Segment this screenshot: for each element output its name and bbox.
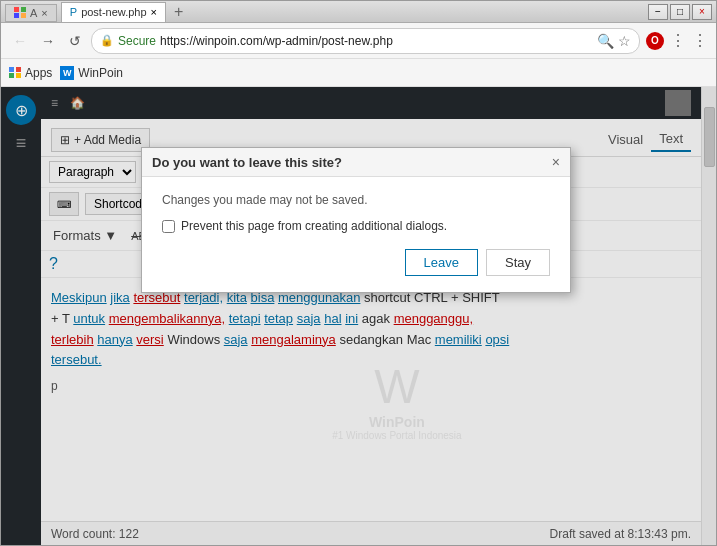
dialog-buttons: Leave Stay — [162, 249, 550, 276]
prevent-dialogs-checkbox[interactable] — [162, 220, 175, 233]
dialog-overlay: Do you want to leave this site? × Change… — [1, 87, 716, 545]
tab-1[interactable]: A × — [5, 4, 57, 22]
address-bar[interactable]: 🔒 Secure https://winpoin.com/wp-admin/po… — [91, 28, 640, 54]
title-bar: A × P post-new.php × + − □ × — [1, 1, 716, 23]
secure-icon: 🔒 — [100, 34, 114, 47]
secure-label: Secure — [118, 34, 156, 48]
leave-site-dialog: Do you want to leave this site? × Change… — [141, 147, 571, 293]
maximize-button[interactable]: □ — [670, 4, 690, 20]
winpoin-label: WinPoin — [78, 66, 123, 80]
search-icon[interactable]: 🔍 — [597, 33, 614, 49]
window-controls: − □ × — [648, 4, 712, 20]
tab-1-label: A — [30, 7, 37, 19]
tab-strip: A × P post-new.php × + — [5, 2, 183, 22]
apps-label: Apps — [25, 66, 52, 80]
tab-1-colorbox — [14, 7, 26, 19]
dialog-body: Changes you made may not be saved. Preve… — [142, 177, 570, 292]
apps-bookmark[interactable]: Apps — [9, 66, 52, 80]
bookmarks-bar: Apps W WinPoin — [1, 59, 716, 87]
tab-2[interactable]: P post-new.php × — [61, 2, 166, 22]
tab-2-close[interactable]: × — [151, 6, 157, 18]
refresh-button[interactable]: ↺ — [65, 31, 85, 51]
close-button[interactable]: × — [692, 4, 712, 20]
menu-icon[interactable]: ⋮ — [692, 31, 708, 50]
dialog-close-button[interactable]: × — [552, 154, 560, 170]
tab-1-close[interactable]: × — [41, 7, 47, 19]
address-text: https://winpoin.com/wp-admin/post-new.ph… — [160, 34, 593, 48]
tab-2-favicon: P — [70, 6, 77, 18]
wordpress-area: ⊕ ≡ ≡ 🏠 ⊞ + Add Media Visual — [1, 87, 716, 545]
prevent-dialogs-label: Prevent this page from creating addition… — [181, 219, 447, 233]
back-button[interactable]: ← — [9, 31, 31, 51]
dialog-checkbox-row: Prevent this page from creating addition… — [162, 219, 550, 233]
cast-icon[interactable]: ⋮ — [670, 31, 686, 50]
browser-window: A × P post-new.php × + − □ × ← → ↺ 🔒 Sec… — [0, 0, 717, 546]
leave-button[interactable]: Leave — [405, 249, 478, 276]
navigation-bar: ← → ↺ 🔒 Secure https://winpoin.com/wp-ad… — [1, 23, 716, 59]
new-tab-button[interactable]: + — [174, 3, 183, 21]
winpoin-favicon: W — [60, 66, 74, 80]
dialog-title: Do you want to leave this site? — [152, 155, 342, 170]
minimize-button[interactable]: − — [648, 4, 668, 20]
forward-button[interactable]: → — [37, 31, 59, 51]
bookmark-icon[interactable]: ☆ — [618, 33, 631, 49]
dialog-titlebar: Do you want to leave this site? × — [142, 148, 570, 177]
tab-2-label: post-new.php — [81, 6, 146, 18]
stay-button[interactable]: Stay — [486, 249, 550, 276]
dialog-warning: Changes you made may not be saved. — [162, 193, 550, 207]
apps-icon — [9, 67, 21, 79]
winpoin-bookmark[interactable]: W WinPoin — [60, 66, 123, 80]
opera-icon[interactable]: O — [646, 32, 664, 50]
